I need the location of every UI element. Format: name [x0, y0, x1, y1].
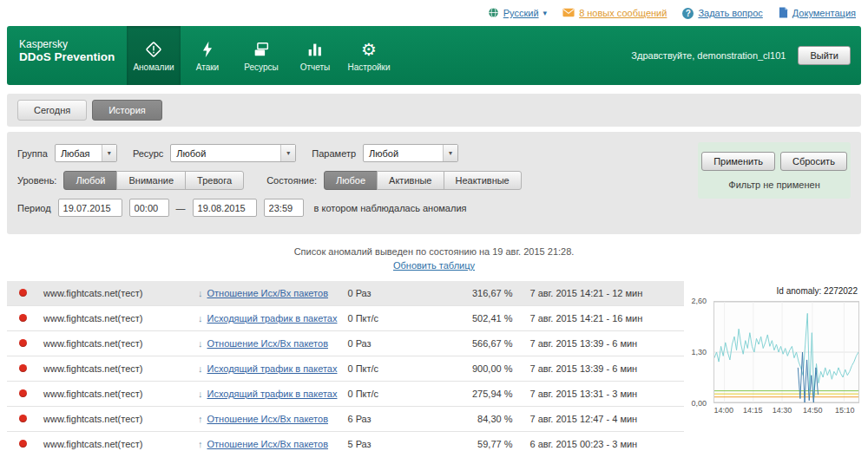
percent-cell: 566,67 %	[432, 331, 524, 356]
status-dot-icon	[19, 314, 27, 322]
nav-item-attacks[interactable]: Атаки	[181, 26, 234, 85]
apply-button[interactable]: Применить	[701, 152, 775, 171]
resource-cell: www.fightcats.net(тест)	[38, 356, 193, 382]
tab-history[interactable]: История	[92, 100, 162, 121]
parameter-cell: ↓Отношение Исх/Вх пакетов	[193, 331, 342, 356]
filter-row-selects: Группа Любая ▾ Ресурс Любой ▾ Параметр Л…	[17, 144, 687, 162]
state-inactive-button[interactable]: Неактивные	[444, 171, 522, 190]
attacks-icon	[198, 40, 217, 59]
nav-item-anomalies[interactable]: Аномалии	[127, 26, 181, 85]
time-from-input[interactable]	[129, 199, 169, 217]
nav-item-reports[interactable]: Отчеты	[288, 26, 342, 85]
chart-title: Id anomaly: 2272022	[684, 281, 868, 301]
status-dot-icon	[19, 440, 27, 448]
table-row[interactable]: www.fightcats.net(тест) ↑Отношение Исх/В…	[7, 432, 684, 451]
time-to-input[interactable]	[264, 199, 304, 217]
nav-label: Ресурсы	[244, 62, 278, 72]
language-label: Русский	[503, 8, 539, 18]
topbar: Русский ▾ 8 новых сообщений ? Задать воп…	[0, 0, 868, 26]
table-row[interactable]: www.fightcats.net(тест) ↑Отношение Исх/В…	[7, 407, 684, 432]
level-toggle: Любой Внимание Тревога	[63, 171, 244, 190]
resource-cell: www.fightcats.net(тест)	[38, 281, 193, 306]
level-any-button[interactable]: Любой	[63, 171, 117, 190]
messages-label: 8 новых сообщений	[579, 8, 667, 18]
parameter-link[interactable]: Отношение Исх/Вх пакетов	[207, 338, 329, 349]
date-to-input[interactable]	[193, 199, 257, 217]
filter-actions-buttons: Применить Сбросить	[705, 152, 844, 171]
nav-label: Отчеты	[300, 62, 331, 72]
date-cell: 6 авг. 2015 00:23 - 3 мин	[524, 432, 684, 451]
date-cell: 7 авг. 2015 12:47 - 4 мин	[524, 407, 684, 432]
date-from-input[interactable]	[58, 199, 122, 217]
nav-item-resources[interactable]: Ресурсы	[234, 26, 288, 85]
level-warning-button[interactable]: Внимание	[116, 171, 186, 190]
table-status: Список аномалий выведен по состоянию на …	[0, 246, 868, 271]
date-cell: 7 авг. 2015 13:31 - 3 мин	[524, 382, 684, 407]
documentation-link[interactable]: Документация	[779, 7, 856, 20]
messages-link[interactable]: 8 новых сообщений	[562, 8, 667, 19]
resource-label: Ресурс	[133, 148, 163, 159]
chart-y-labels: 2,601,300,00	[686, 301, 710, 403]
resource-cell: www.fightcats.net(тест)	[38, 306, 193, 331]
resources-icon	[252, 40, 271, 59]
parameter-select-value: Любой	[364, 148, 443, 159]
content: www.fightcats.net(тест) ↓Отношение Исх/В…	[0, 281, 868, 451]
value-cell: 6 Раз	[342, 407, 432, 432]
table-row[interactable]: www.fightcats.net(тест) ↓Исходящий трафи…	[7, 356, 684, 382]
direction-arrow-icon: ↓	[198, 389, 203, 399]
parameter-link[interactable]: Отношение Исх/Вх пакетов	[207, 288, 329, 298]
state-any-button[interactable]: Любое	[324, 171, 378, 190]
status-dot-icon	[19, 415, 27, 422]
group-select[interactable]: Любая ▾	[55, 144, 117, 162]
percent-cell: 316,67 %	[432, 281, 524, 306]
parameter-cell: ↑Отношение Исх/Вх пакетов	[193, 407, 342, 432]
value-cell: 0 Пкт/с	[342, 382, 432, 407]
direction-arrow-icon: ↓	[198, 363, 203, 374]
ask-question-label: Задать вопрос	[698, 8, 762, 18]
documentation-label: Документация	[792, 8, 856, 18]
resource-select[interactable]: Любой ▾	[170, 144, 296, 162]
parameter-select[interactable]: Любой ▾	[363, 144, 458, 162]
parameter-cell: ↑Отношение Исх/Вх пакетов	[193, 432, 342, 451]
question-icon: ?	[682, 8, 694, 19]
table-row[interactable]: www.fightcats.net(тест) ↓Отношение Исх/В…	[7, 281, 684, 306]
percent-cell: 59,77 %	[432, 432, 524, 451]
logo-line2: DDoS Prevention	[19, 50, 127, 64]
status-dot-icon	[19, 289, 27, 297]
table-row[interactable]: www.fightcats.net(тест) ↓Исходящий трафи…	[7, 306, 684, 331]
caret-down-icon: ▾	[280, 145, 295, 161]
logout-button[interactable]: Выйти	[798, 46, 851, 65]
refresh-table-link[interactable]: Обновить таблицу	[393, 260, 475, 271]
envelope-icon	[562, 8, 575, 19]
main-nav: Аномалии Атаки Ресурсы Отчеты ⚙ Настройк…	[127, 26, 396, 85]
table-row[interactable]: www.fightcats.net(тест) ↓Отношение Исх/В…	[7, 331, 684, 356]
app-logo: Kaspersky DDoS Prevention	[7, 26, 127, 85]
language-selector[interactable]: Русский ▾	[488, 7, 547, 20]
tabs-strip: Сегодня История	[7, 94, 861, 127]
resource-cell: www.fightcats.net(тест)	[38, 331, 193, 356]
ask-question-link[interactable]: ? Задать вопрос	[682, 8, 762, 19]
state-active-button[interactable]: Активные	[377, 171, 444, 190]
parameter-link[interactable]: Отношение Исх/Вх пакетов	[207, 439, 329, 449]
settings-icon: ⚙	[361, 40, 377, 59]
tab-today[interactable]: Сегодня	[17, 100, 87, 121]
anomaly-table-body: www.fightcats.net(тест) ↓Отношение Исх/В…	[7, 281, 684, 451]
parameter-link[interactable]: Исходящий трафик в пакетах	[207, 363, 338, 374]
reset-button[interactable]: Сбросить	[780, 152, 847, 171]
parameter-link[interactable]: Отношение Исх/Вх пакетов	[207, 414, 329, 424]
level-alarm-button[interactable]: Тревога	[185, 171, 244, 190]
group-select-value: Любая	[56, 148, 102, 159]
percent-cell: 502,41 %	[432, 306, 524, 331]
table-row[interactable]: www.fightcats.net(тест) ↓Исходящий трафи…	[7, 382, 684, 407]
anomaly-chart-panel: Id anomaly: 2272022 2,601,300,00 14:0014…	[684, 281, 868, 451]
resource-select-value: Любой	[171, 148, 280, 159]
nav-item-settings[interactable]: ⚙ Настройки	[342, 26, 396, 85]
parameter-link[interactable]: Исходящий трафик в пакетах	[207, 313, 338, 324]
filter-status-text: Фильтр не применен	[705, 180, 844, 190]
status-dot-icon	[19, 389, 27, 397]
direction-arrow-icon: ↓	[198, 313, 203, 324]
date-cell: 7 авг. 2015 14:21 - 16 мин	[524, 306, 684, 331]
direction-arrow-icon: ↓	[198, 288, 203, 298]
range-dash: —	[176, 203, 186, 213]
parameter-link[interactable]: Исходящий трафик в пакетах	[207, 389, 338, 399]
